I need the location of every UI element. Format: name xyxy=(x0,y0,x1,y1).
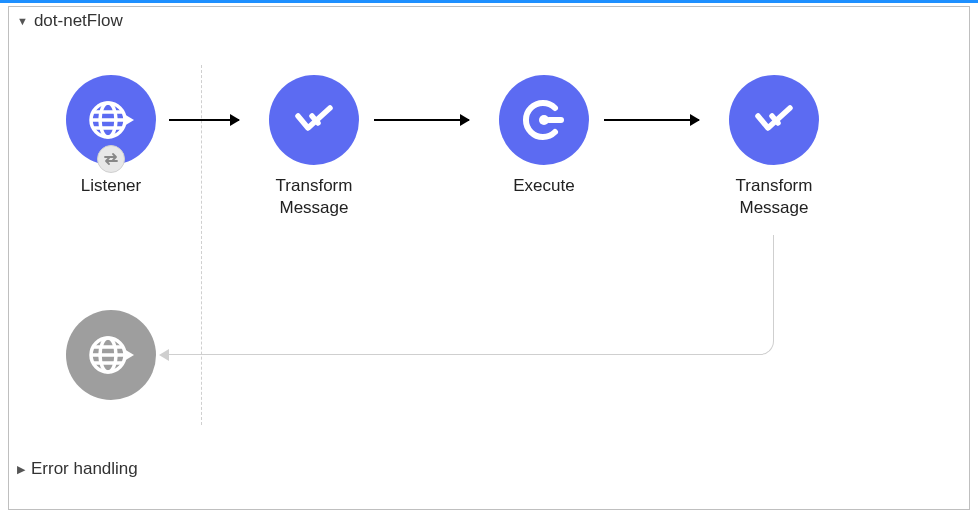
node-label: Listener xyxy=(81,175,141,197)
node-label: Transform Message xyxy=(276,175,353,219)
flow-arrow xyxy=(374,119,469,121)
svg-marker-13 xyxy=(124,349,134,361)
flow-node-transform-1[interactable]: Transform Message xyxy=(254,75,374,219)
listener-badge xyxy=(97,145,125,173)
return-path xyxy=(169,235,774,355)
collapse-icon: ▼ xyxy=(17,15,28,27)
flow-title: dot-netFlow xyxy=(34,11,123,31)
window-top-border xyxy=(0,0,978,3)
flow-node-execute[interactable]: Execute xyxy=(484,75,604,197)
flow-arrow xyxy=(604,119,699,121)
node-label: Execute xyxy=(513,175,574,197)
expand-icon: ▶ xyxy=(17,463,25,476)
listener-circle xyxy=(66,75,156,165)
flow-node-response[interactable] xyxy=(51,310,171,400)
flow-node-transform-2[interactable]: Transform Message xyxy=(714,75,834,219)
globe-arrow-icon xyxy=(86,330,136,380)
flow-node-listener[interactable]: Listener xyxy=(51,75,171,197)
transform-icon xyxy=(748,94,800,146)
flow-header[interactable]: ▼ dot-netFlow xyxy=(9,7,969,35)
svg-marker-5 xyxy=(124,114,134,126)
flow-panel: ▼ dot-netFlow xyxy=(8,6,970,510)
transform-icon xyxy=(288,94,340,146)
error-handling-title: Error handling xyxy=(31,459,138,479)
node-label: Transform Message xyxy=(736,175,813,219)
globe-arrow-icon xyxy=(86,95,136,145)
transform-circle xyxy=(729,75,819,165)
error-handling-header[interactable]: ▶ Error handling xyxy=(9,455,969,483)
flow-canvas[interactable]: Listener Transform Message xyxy=(9,35,969,455)
flow-arrow xyxy=(169,119,239,121)
execute-icon xyxy=(519,95,569,145)
execute-circle xyxy=(499,75,589,165)
transform-circle xyxy=(269,75,359,165)
exchange-icon xyxy=(102,150,120,168)
response-circle xyxy=(66,310,156,400)
